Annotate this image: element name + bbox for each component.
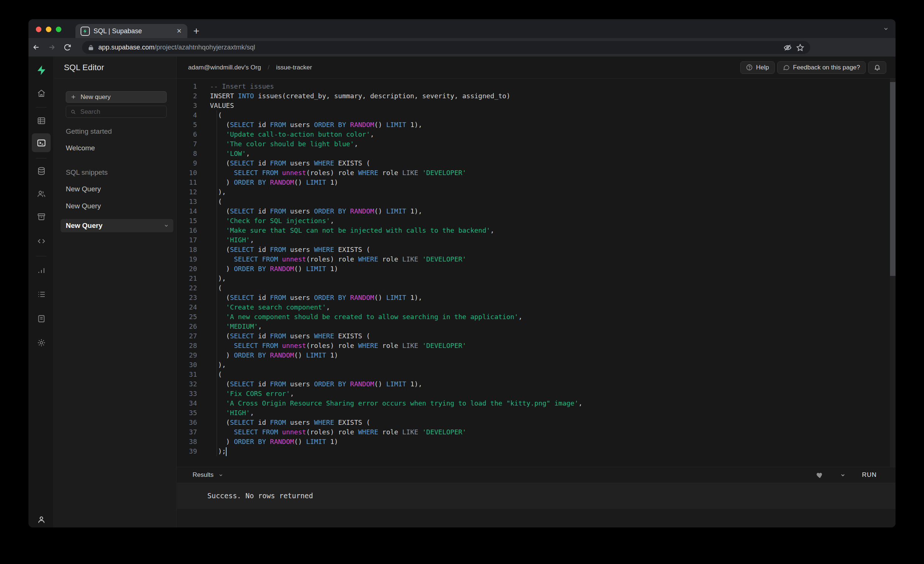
url-bar[interactable]: app.supabase.com/project/azahtnhqohyjerz… (82, 41, 810, 54)
line-number: 5 (177, 120, 197, 130)
code-line[interactable]: 30 ), (177, 360, 896, 370)
help-button[interactable]: Help (740, 61, 775, 74)
close-window-button[interactable] (36, 27, 41, 32)
breadcrumb-project[interactable]: issue-tracker (276, 64, 312, 71)
editor-scrollbar[interactable] (890, 79, 896, 467)
forward-icon[interactable] (44, 43, 60, 51)
star-icon[interactable] (796, 43, 804, 52)
code-line[interactable]: 13 ( (177, 197, 896, 206)
docs-icon[interactable] (28, 314, 54, 323)
tab-overflow-chevron-icon[interactable] (883, 26, 889, 32)
code-line[interactable]: 18 (SELECT id FROM users WHERE EXISTS ( (177, 245, 896, 254)
code-line[interactable]: 23 (SELECT id FROM users ORDER BY RANDOM… (177, 293, 896, 302)
code-line[interactable]: 34 'A Cross Origin Resource Sharing erro… (177, 398, 896, 408)
code-line[interactable]: 1-- Insert issues (177, 82, 896, 91)
code-line[interactable]: 12 ), (177, 187, 896, 197)
code-line[interactable]: 21 ), (177, 274, 896, 283)
code-line[interactable]: 29 ) ORDER BY RANDOM() LIMIT 1) (177, 350, 896, 360)
code-line[interactable]: 5 (SELECT id FROM users ORDER BY RANDOM(… (177, 120, 896, 130)
line-number: 25 (177, 312, 197, 322)
code-line[interactable]: 2INSERT INTO issues(created_by, summary,… (177, 91, 896, 101)
code-line[interactable]: 11 ) ORDER BY RANDOM() LIMIT 1) (177, 178, 896, 187)
code-line[interactable]: 35 'HIGH', (177, 408, 896, 418)
code-icon[interactable] (28, 237, 54, 245)
code-line[interactable]: 16 'Make sure that SQL can not be inject… (177, 226, 896, 235)
search-input[interactable] (80, 108, 162, 115)
browser-tab[interactable]: SQL | Supabase × (75, 24, 188, 38)
code-text: 'Check for SQL injections', (197, 216, 334, 226)
code-line[interactable]: 38 ) ORDER BY RANDOM() LIMIT 1) (177, 437, 896, 447)
storage-icon[interactable] (28, 212, 54, 221)
auth-users-icon[interactable] (28, 190, 54, 198)
reload-icon[interactable] (60, 43, 75, 51)
feedback-button[interactable]: Feedback on this page? (777, 61, 866, 74)
code-line[interactable]: 31 ( (177, 370, 896, 379)
code-text: ( (197, 283, 222, 293)
code-line[interactable]: 15 'Check for SQL injections', (177, 216, 896, 226)
code-line[interactable]: 33 'Fix CORS error', (177, 389, 896, 398)
code-line[interactable]: 20 ) ORDER BY RANDOM() LIMIT 1) (177, 264, 896, 274)
run-button[interactable]: RUN (862, 471, 877, 479)
eye-off-icon[interactable] (783, 43, 792, 52)
table-editor-icon[interactable] (28, 116, 54, 125)
code-line[interactable]: 22 ( (177, 283, 896, 293)
code-line[interactable]: 3VALUES (177, 101, 896, 111)
breadcrumb: adam@windmill.dev's Org / issue-tracker (188, 64, 312, 71)
code-line[interactable]: 37 SELECT FROM unnest(roles) role WHERE … (177, 427, 896, 437)
dropdown-chevron-icon[interactable] (840, 473, 846, 478)
breadcrumb-org[interactable]: adam@windmill.dev's Org (188, 64, 261, 71)
minimize-window-button[interactable] (46, 27, 51, 32)
code-line[interactable]: 19 SELECT FROM unnest(roles) role WHERE … (177, 254, 896, 264)
supabase-logo[interactable] (28, 64, 54, 76)
code-line[interactable]: 17 'HIGH', (177, 235, 896, 245)
code-text: (SELECT id FROM users WHERE EXISTS ( (197, 159, 370, 168)
code-text: ); (197, 447, 226, 456)
code-line[interactable]: 36 (SELECT id FROM users WHERE EXISTS ( (177, 418, 896, 427)
code-line[interactable]: 10 SELECT FROM unnest(roles) role WHERE … (177, 168, 896, 178)
supabase-favicon (81, 27, 90, 36)
plus-icon (70, 94, 76, 100)
sidebar-item-new-query[interactable]: New Query (61, 219, 173, 232)
code-line[interactable]: 26 'MEDIUM', (177, 322, 896, 331)
code-line[interactable]: 4 ( (177, 111, 896, 120)
sidebar-item-new-query[interactable]: New Query (66, 202, 173, 210)
sidebar-item-new-query[interactable]: New Query (66, 185, 173, 193)
help-button-label: Help (756, 64, 769, 71)
sql-editor-terminal-icon[interactable] (32, 133, 51, 152)
code-line[interactable]: 27 (SELECT id FROM users WHERE EXISTS ( (177, 331, 896, 341)
code-line[interactable]: 32 (SELECT id FROM users ORDER BY RANDOM… (177, 379, 896, 389)
code-text: SELECT FROM unnest(roles) role WHERE rol… (197, 254, 466, 264)
new-tab-plus-icon[interactable]: + (193, 26, 199, 36)
code-line[interactable]: 8 'LOW', (177, 149, 896, 159)
line-number: 10 (177, 168, 197, 178)
home-icon[interactable] (28, 89, 54, 98)
database-icon[interactable] (28, 167, 54, 175)
settings-gear-icon[interactable] (28, 338, 54, 347)
sidebar-section: Getting startedWelcome (66, 127, 173, 152)
heart-icon[interactable] (816, 471, 824, 479)
notifications-button[interactable] (868, 61, 886, 74)
reports-icon[interactable] (28, 266, 54, 275)
back-icon[interactable] (28, 43, 44, 51)
code-line[interactable]: 14 (SELECT id FROM users ORDER BY RANDOM… (177, 206, 896, 216)
code-line[interactable]: 25 'A new component should be created to… (177, 312, 896, 322)
code-line[interactable]: 28 SELECT FROM unnest(roles) role WHERE … (177, 341, 896, 350)
tab-close-icon[interactable]: × (176, 27, 182, 35)
code-text: SELECT FROM unnest(roles) role WHERE rol… (197, 427, 466, 437)
code-line[interactable]: 24 'Create search component', (177, 302, 896, 312)
code-text: VALUES (197, 101, 234, 111)
code-line[interactable]: 9 (SELECT id FROM users WHERE EXISTS ( (177, 159, 896, 168)
sidebar-item-welcome[interactable]: Welcome (66, 144, 173, 152)
code-line[interactable]: 7 'The color should be light blue', (177, 139, 896, 149)
editor-scrollbar-thumb[interactable] (890, 82, 896, 276)
new-query-button[interactable]: New query (66, 91, 167, 103)
search-box[interactable] (66, 106, 167, 118)
logs-icon[interactable] (28, 290, 54, 299)
code-line[interactable]: 39 ); (177, 447, 896, 456)
sql-code-editor[interactable]: 1-- Insert issues2INSERT INTO issues(cre… (177, 79, 896, 467)
line-number: 20 (177, 264, 197, 274)
account-icon[interactable] (28, 515, 54, 524)
code-line[interactable]: 6 'Update call-to-action button color', (177, 130, 896, 139)
zoom-window-button[interactable] (56, 27, 62, 32)
results-dropdown[interactable]: Results (192, 471, 223, 479)
